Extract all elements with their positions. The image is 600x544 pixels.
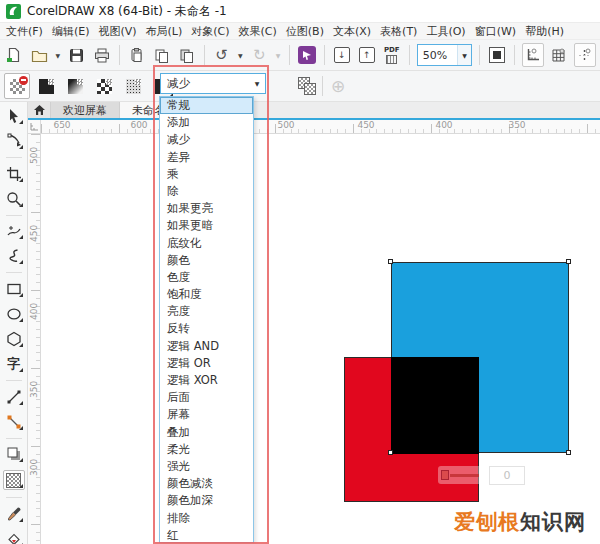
dropdown-item-lightness[interactable]: 亮度	[160, 303, 253, 320]
print-button[interactable]	[92, 44, 112, 66]
merge-mode-combobox[interactable]: 减少 ▼	[160, 73, 266, 94]
redo-button[interactable]: ↻	[249, 44, 269, 66]
dropdown-item-red[interactable]: 红	[160, 527, 253, 543]
transparency-tool[interactable]	[3, 470, 25, 490]
selection-handle-top-left[interactable]	[388, 259, 393, 264]
dropdown-item-normal[interactable]: 常规	[160, 97, 253, 114]
zoom-tool[interactable]	[4, 190, 24, 208]
dropdown-item-color-dodge[interactable]: 颜色减淡	[160, 475, 253, 492]
dropdown-item-overlay[interactable]: 叠加	[160, 424, 253, 441]
rectangle-tool[interactable]	[4, 280, 24, 298]
dropdown-item-exclusion[interactable]: 排除	[160, 510, 253, 527]
dropdown-item-multiply[interactable]: 乘	[160, 166, 253, 183]
menu-table[interactable]: 表格(T)	[380, 24, 417, 39]
menu-tools[interactable]: 工具(O)	[426, 24, 465, 39]
menu-bitmaps[interactable]: 位图(B)	[286, 24, 324, 39]
crop-tool[interactable]	[4, 165, 24, 183]
text-tool[interactable]: 字	[4, 355, 24, 373]
dropdown-item-behind[interactable]: 后面	[160, 389, 253, 406]
document-tab-bar: 欢迎屏幕 未命名 -1	[28, 102, 600, 120]
dimension-tool[interactable]	[4, 388, 24, 406]
dropdown-item-hard-light[interactable]: 强光	[160, 458, 253, 475]
freeze-transparency-button[interactable]	[297, 75, 317, 97]
texture-transparency-button[interactable]	[120, 73, 146, 99]
tab-welcome-screen[interactable]: 欢迎屏幕	[51, 102, 120, 118]
search-content-button[interactable]	[297, 44, 317, 66]
selection-handle-bottom-left[interactable]	[388, 450, 393, 455]
menu-file[interactable]: 文件(F)	[6, 24, 43, 39]
open-dropdown-caret[interactable]: ▼	[54, 52, 62, 59]
menu-window[interactable]: 窗口(W)	[475, 24, 516, 39]
export-button[interactable]: ↑	[357, 44, 377, 66]
menu-effects[interactable]: 效果(C)	[239, 24, 277, 39]
dropdown-item-divide[interactable]: 除	[160, 183, 253, 200]
merge-mode-caret[interactable]: ▼	[249, 74, 265, 93]
interactive-fill-tool[interactable]	[4, 530, 24, 544]
show-grid-button[interactable]	[549, 44, 569, 66]
menu-object[interactable]: 对象(C)	[191, 24, 229, 39]
pick-tool[interactable]	[4, 107, 24, 125]
new-document-button[interactable]	[4, 44, 24, 66]
dropdown-item-difference[interactable]: 差异	[160, 149, 253, 166]
zoom-level-caret[interactable]: ▼	[457, 45, 471, 65]
title-bar: CorelDRAW X8 (64-Bit) - 未命名 -1	[0, 0, 600, 23]
dropdown-item-color[interactable]: 颜色	[160, 252, 253, 269]
zoom-level-combobox[interactable]: 50% ▼	[417, 44, 472, 66]
shape-tool[interactable]	[4, 132, 24, 150]
menu-view[interactable]: 视图(V)	[98, 24, 136, 39]
import-button[interactable]: ↓	[332, 44, 352, 66]
dropdown-item-add[interactable]: 添加	[160, 114, 253, 131]
edit-transparency-button[interactable]: ⊕	[328, 75, 348, 97]
show-rulers-button[interactable]	[522, 43, 544, 67]
transparency-slider-track	[450, 474, 479, 477]
dropdown-item-logical-xor[interactable]: 逻辑 XOR	[160, 372, 253, 389]
welcome-home-tab[interactable]	[28, 102, 51, 118]
save-button[interactable]	[67, 44, 87, 66]
open-document-button[interactable]	[29, 44, 49, 66]
dropdown-item-logical-and[interactable]: 逻辑 AND	[160, 338, 253, 355]
dropdown-item-if-darker[interactable]: 如果更暗	[160, 217, 253, 234]
menu-text[interactable]: 文本(X)	[333, 24, 371, 39]
ruler-origin-icon[interactable]	[28, 120, 41, 133]
publish-to-pdf-button[interactable]: PDF	[382, 44, 402, 66]
paste-button[interactable]	[177, 44, 197, 66]
dropdown-item-soft-light[interactable]: 柔光	[160, 441, 253, 458]
dropdown-item-texturize[interactable]: 底纹化	[160, 235, 253, 252]
drop-shadow-tool[interactable]	[4, 446, 24, 464]
undo-dropdown-caret[interactable]: ▼	[237, 52, 245, 59]
copy-button[interactable]	[152, 44, 172, 66]
transparency-value-box[interactable]: 0	[489, 466, 525, 485]
transparency-slider[interactable]	[438, 466, 482, 484]
dropdown-item-subtract[interactable]: 减少	[160, 131, 253, 148]
color-eyedropper-tool[interactable]	[4, 505, 24, 523]
menu-help[interactable]: 帮助(H)	[525, 24, 564, 39]
redo-dropdown-caret[interactable]: ▼	[274, 52, 282, 59]
menu-layout[interactable]: 布局(L)	[146, 24, 183, 39]
dropdown-item-saturation[interactable]: 饱和度	[160, 286, 253, 303]
undo-button[interactable]: ↺	[212, 44, 232, 66]
dropdown-item-logical-or[interactable]: 逻辑 OR	[160, 355, 253, 372]
dropdown-item-invert[interactable]: 反转	[160, 320, 253, 337]
selection-handle-bottom-right[interactable]	[566, 450, 571, 455]
dropdown-item-hue[interactable]: 色度	[160, 269, 253, 286]
ellipse-tool[interactable]	[4, 305, 24, 323]
fountain-transparency-button[interactable]	[62, 73, 88, 99]
cut-button[interactable]	[127, 44, 147, 66]
dropdown-item-screen[interactable]: 屏幕	[160, 406, 253, 423]
uniform-transparency-button[interactable]	[33, 73, 59, 99]
show-guidelines-button[interactable]	[574, 43, 596, 67]
transparency-slider-handle[interactable]	[441, 470, 449, 480]
dropdown-item-color-burn[interactable]: 颜色加深	[160, 492, 253, 509]
connector-tool[interactable]	[4, 413, 24, 431]
freehand-tool[interactable]	[4, 223, 24, 241]
polygon-tool[interactable]	[4, 330, 24, 348]
drawing-canvas[interactable]: 0 爱刨根知识网	[41, 134, 600, 544]
selection-handle-top-right[interactable]	[566, 259, 571, 264]
window-title: CorelDRAW X8 (64-Bit) - 未命名 -1	[27, 3, 227, 20]
artistic-media-tool[interactable]	[4, 247, 24, 265]
dropdown-item-if-lighter[interactable]: 如果更亮	[160, 200, 253, 217]
no-transparency-button[interactable]	[4, 73, 30, 99]
fullscreen-preview-button[interactable]	[487, 44, 507, 66]
menu-edit[interactable]: 编辑(E)	[52, 24, 90, 39]
pattern-transparency-button[interactable]	[91, 73, 117, 99]
